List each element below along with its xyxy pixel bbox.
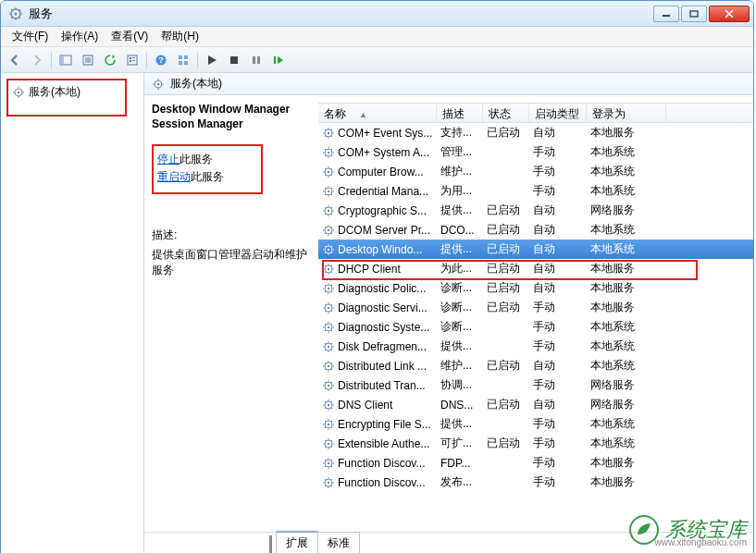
cell-status: 已启动: [483, 358, 529, 374]
cell-logon: 本地系统: [587, 319, 666, 335]
close-button[interactable]: [709, 6, 750, 22]
menu-file[interactable]: 文件(F): [6, 27, 54, 46]
annotation-box-actions: 停止此服务 重启动此服务: [152, 144, 263, 194]
table-row[interactable]: DHCP Client为此...已启动自动本地服务: [318, 259, 753, 278]
annotation-box-tree: 服务(本地): [6, 79, 127, 117]
forward-button[interactable]: [27, 50, 47, 70]
tab-extended[interactable]: 扩展: [276, 531, 318, 553]
cell-start: 手动: [529, 377, 587, 393]
restart-suffix: 此服务: [191, 170, 224, 183]
properties-icon: [126, 54, 139, 67]
cell-start: 自动: [529, 203, 587, 218]
stop-link[interactable]: 停止: [157, 153, 180, 166]
table-row[interactable]: Extensible Authe...可扩...已启动手动本地系统: [318, 434, 753, 453]
cell-desc: 维护...: [437, 358, 483, 374]
tile-button[interactable]: [173, 50, 193, 70]
cell-logon: 网络服务: [587, 203, 666, 218]
tree-root-label: 服务(本地): [29, 84, 81, 100]
cell-name: Function Discov...: [318, 476, 437, 489]
menu-action[interactable]: 操作(A): [56, 27, 104, 46]
table-row[interactable]: Function Discov...发布...手动本地服务: [318, 473, 753, 492]
help-icon: ?: [155, 54, 167, 67]
tree-root-item[interactable]: 服务(本地): [10, 82, 121, 102]
restart-button[interactable]: [268, 50, 289, 70]
maximize-button[interactable]: [681, 6, 707, 22]
cell-logon: 本地系统: [587, 338, 666, 354]
svg-rect-10: [130, 60, 131, 62]
help-button[interactable]: ?: [151, 50, 171, 70]
cell-status: 已启动: [483, 300, 529, 315]
svg-point-53: [328, 384, 329, 386]
table-row[interactable]: Distributed Link ...维护...已启动自动本地系统: [318, 356, 753, 375]
table-row[interactable]: Disk Defragmen...提供...手动本地系统: [318, 337, 753, 356]
restart-icon: [273, 55, 284, 66]
menu-view[interactable]: 查看(V): [105, 27, 154, 46]
table-row[interactable]: COM+ System A...管理...手动本地系统: [318, 142, 753, 162]
stop-button[interactable]: [224, 50, 244, 70]
maximize-icon: [689, 10, 699, 18]
table-row[interactable]: Function Discov...FDP...手动本地服务: [318, 453, 753, 473]
window-title: 服务: [27, 6, 653, 22]
tile-icon: [177, 54, 190, 67]
cell-status: 已启动: [483, 436, 529, 451]
svg-point-49: [328, 345, 329, 347]
table-row[interactable]: Diagnostic Servi...诊断...已启动手动本地服务: [318, 298, 753, 317]
cell-desc: 可扩...: [437, 436, 483, 451]
table-row[interactable]: COM+ Event Sys...支持...已启动自动本地服务: [318, 123, 753, 142]
svg-point-41: [328, 267, 329, 269]
svg-rect-21: [274, 56, 276, 64]
cell-status: 已启动: [483, 203, 529, 218]
svg-point-31: [328, 170, 329, 172]
back-button[interactable]: [5, 50, 25, 70]
table-row[interactable]: Diagnostic Polic...诊断...已启动自动本地服务: [318, 278, 753, 298]
cell-start: 手动: [529, 338, 587, 354]
svg-point-35: [328, 209, 329, 211]
export-button[interactable]: [78, 50, 98, 70]
cell-logon: 本地系统: [587, 183, 666, 199]
cell-logon: 本地服务: [587, 125, 666, 141]
table-row[interactable]: Desktop Windo...提供...已启动自动本地系统: [318, 240, 753, 259]
grid-body: COM+ Event Sys...支持...已启动自动本地服务COM+ Syst…: [318, 123, 753, 492]
pause-button[interactable]: [246, 50, 266, 70]
cell-start: 自动: [529, 261, 587, 276]
table-row[interactable]: Credential Mana...为用...手动本地系统: [318, 181, 753, 201]
show-hide-tree-button[interactable]: [56, 50, 76, 70]
pane-title: 服务(本地): [170, 76, 222, 92]
cell-name: COM+ System A...: [318, 146, 437, 159]
cell-start: 手动: [529, 436, 587, 451]
menubar: 文件(F) 操作(A) 查看(V) 帮助(H): [1, 27, 753, 47]
cell-start: 自动: [529, 358, 587, 374]
svg-point-25: [157, 82, 160, 85]
table-row[interactable]: DNS ClientDNS...已启动自动网络服务: [318, 395, 753, 414]
close-icon: [725, 10, 734, 18]
col-header-name[interactable]: 名称▲: [318, 104, 437, 122]
col-header-desc[interactable]: 描述: [437, 104, 483, 122]
cell-name: COM+ Event Sys...: [318, 127, 437, 140]
menu-help[interactable]: 帮助(H): [155, 27, 204, 46]
properties-button[interactable]: [122, 50, 143, 70]
col-header-start[interactable]: 启动类型: [529, 104, 587, 122]
cell-name: Diagnostic Polic...: [318, 282, 437, 295]
cell-desc: 提供...: [437, 338, 483, 354]
services-app-icon: [8, 6, 23, 21]
refresh-button[interactable]: [100, 50, 120, 70]
cell-start: 自动: [529, 397, 587, 412]
table-row[interactable]: Encrypting File S...提供...手动本地系统: [318, 414, 753, 434]
watermark: 系统宝库 www.xitongbaoku.com: [628, 514, 747, 546]
minimize-button[interactable]: [653, 6, 679, 22]
col-header-status[interactable]: 状态: [483, 104, 529, 122]
table-row[interactable]: Diagnostic Syste...诊断...手动本地系统: [318, 317, 753, 337]
table-row[interactable]: DCOM Server Pr...DCO...已启动自动本地系统: [318, 220, 753, 240]
col-header-logon[interactable]: 登录为: [587, 104, 666, 122]
svg-point-43: [328, 287, 329, 289]
table-row[interactable]: Computer Brow...维护...手动本地系统: [318, 162, 753, 181]
titlebar[interactable]: 服务: [1, 1, 753, 27]
tab-standard[interactable]: 标准: [317, 532, 360, 553]
svg-point-29: [328, 151, 329, 153]
table-row[interactable]: Distributed Tran...协调...手动网络服务: [318, 375, 753, 395]
restart-link[interactable]: 重启动: [157, 170, 191, 183]
start-button[interactable]: [202, 50, 222, 70]
table-row[interactable]: Cryptographic S...提供...已启动自动网络服务: [318, 201, 753, 220]
svg-rect-3: [690, 11, 698, 17]
svg-rect-18: [230, 56, 238, 64]
